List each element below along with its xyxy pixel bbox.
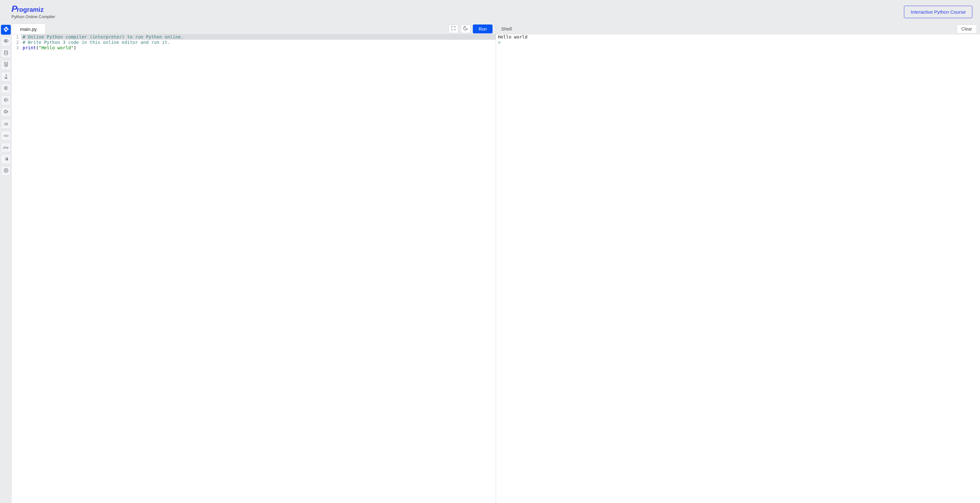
file-tab[interactable]: main.py [12,24,46,34]
line-number-gutter: 123 [12,34,21,503]
sidebar-lang-html[interactable] [1,60,11,70]
shell-output-line: Hello world [498,34,978,40]
fullscreen-icon [451,26,456,32]
sidebar-lang-python[interactable] [1,25,11,35]
line-number: 3 [12,45,19,51]
code-line: print("Hello world") [21,45,496,51]
sql-icon [3,50,9,57]
sidebar-lang-r[interactable] [1,36,11,46]
theme-toggle-button[interactable] [461,25,470,33]
workspace: JS·GOphp main.py [0,24,980,503]
toolbar-spacer [46,24,449,34]
line-number: 1 [12,34,19,40]
r-icon [3,38,9,45]
html-icon [3,62,9,69]
editor-toolbar: main.py Run [12,24,496,34]
c-icon [3,85,9,92]
code-lines: # Online Python compiler (interpreter) t… [21,34,496,503]
sidebar-lang-csharp[interactable] [1,107,11,117]
line-number: 2 [12,40,19,45]
panels: main.py Run [12,24,980,503]
code-line: # Write Python 3 code in this online edi… [21,40,496,45]
java-icon [3,73,9,81]
sidebar-lang-c[interactable] [1,84,11,94]
fullscreen-button[interactable] [449,25,458,33]
swift-icon [3,156,9,163]
shell-toolbar: Shell Clear [496,24,980,34]
sidebar-lang-sql[interactable] [1,48,11,58]
sidebar-lang-swift[interactable] [1,154,11,164]
csharp-icon [3,109,9,116]
run-button[interactable]: Run [473,24,493,33]
sidebar-lang-php[interactable]: php [1,143,11,152]
code-line: # Online Python compiler (interpreter) t… [21,34,496,40]
shell-prompt: > [498,40,978,45]
sidebar-lang-go[interactable]: ·GO [1,131,11,141]
sidebar-lang-cpp[interactable] [1,95,11,105]
toolbar-spacer [517,24,956,34]
moon-icon [463,26,468,32]
shell-output[interactable]: Hello world > [496,34,980,503]
brand-logo[interactable]: P rogramiz [11,5,55,13]
clear-button[interactable]: Clear [957,24,977,33]
rust-icon [3,168,9,175]
svg-point-1 [4,51,8,52]
language-sidebar: JS·GOphp [0,24,12,503]
brand: P rogramiz Python Online Compiler [11,5,55,19]
sidebar-lang-js[interactable]: JS [1,119,11,129]
cpp-icon [3,97,9,104]
page-title: Python Online Compiler [11,14,55,19]
code-editor[interactable]: 123 # Online Python compiler (interprete… [12,34,496,503]
brand-logo-text: rogramiz [17,6,44,13]
svg-point-3 [5,170,7,171]
sidebar-lang-rust[interactable] [1,166,11,176]
editor-panel: main.py Run [12,24,496,503]
header: P rogramiz Python Online Compiler Intera… [0,0,980,24]
shell-title: Shell [496,24,517,34]
shell-panel: Shell Clear Hello world > [496,24,980,503]
interactive-course-button[interactable]: Interactive Python Course [904,6,972,18]
sidebar-lang-java[interactable] [1,72,11,82]
python-icon [3,26,9,33]
